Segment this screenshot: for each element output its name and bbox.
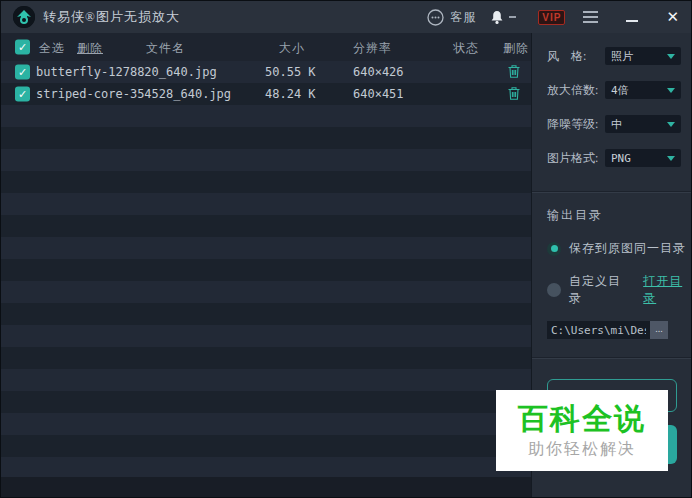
minimize-button[interactable] <box>626 20 638 22</box>
column-header-size: 大小 <box>279 40 305 57</box>
file-resolution: 640×426 <box>353 65 404 79</box>
setting-denoise: 降噪等级: 中 <box>547 115 692 133</box>
app-window: 转易侠®图片无损放大 客服 VIP <box>0 0 692 498</box>
same-directory-label: 保存到原图同一目录 <box>569 240 686 257</box>
customer-service-label: 客服 <box>450 9 476 26</box>
watermark-title: 百科全说 <box>518 402 646 435</box>
close-button[interactable]: ✕ <box>666 10 679 25</box>
watermark-subtitle: 助你轻松解决 <box>528 439 636 460</box>
notification-caret-icon <box>509 16 516 18</box>
trash-icon <box>507 64 521 79</box>
browse-button[interactable]: ... <box>650 321 668 339</box>
format-label: 图片格式: <box>547 150 605 167</box>
format-value: PNG <box>611 152 667 165</box>
title-bar: 转易侠®图片无损放大 客服 VIP <box>1 1 691 33</box>
app-logo-icon <box>13 6 35 28</box>
output-path-input[interactable] <box>547 321 650 339</box>
trash-icon <box>507 86 521 101</box>
column-header-resolution: 分辨率 <box>353 40 392 57</box>
menu-icon <box>583 11 598 13</box>
notification-button[interactable] <box>490 10 516 25</box>
scale-label: 放大倍数: <box>547 82 605 99</box>
row-checkbox[interactable]: ✓ <box>15 87 30 102</box>
file-list: ✓ 全选 删除 文件名 大小 分辨率 状态 删除 ✓ butterfly-127… <box>1 33 531 498</box>
customer-service-button[interactable]: 客服 <box>427 9 476 26</box>
chevron-down-icon <box>667 156 675 161</box>
denoise-select[interactable]: 中 <box>605 115 681 133</box>
denoise-value: 中 <box>611 117 667 132</box>
list-footer <box>1 477 531 498</box>
file-name: butterfly-1278820_640.jpg <box>36 65 217 79</box>
chat-bubble-icon <box>427 9 444 26</box>
output-section: 输出目录 保存到原图同一目录 自定义目录 打开目录 ... <box>532 193 692 357</box>
open-directory-link[interactable]: 打开目录 <box>643 273 692 307</box>
empty-list-area <box>1 105 531 477</box>
radio-selected-icon[interactable] <box>547 242 561 256</box>
delete-row-button[interactable] <box>507 64 521 83</box>
chevron-down-icon <box>667 54 675 59</box>
denoise-label: 降噪等级: <box>547 116 605 133</box>
watermark-overlay: 百科全说 助你轻松解决 <box>496 390 668 471</box>
setting-format: 图片格式: PNG <box>547 149 692 167</box>
setting-scale: 放大倍数: 4倍 <box>547 81 692 99</box>
delete-row-button[interactable] <box>507 86 521 105</box>
list-header: ✓ 全选 删除 文件名 大小 分辨率 状态 删除 <box>1 33 531 61</box>
output-dir-title: 输出目录 <box>547 207 692 224</box>
output-path-row: ... <box>547 321 692 339</box>
bell-icon <box>490 10 504 25</box>
titlebar-actions: 客服 VIP ✕ <box>427 9 679 26</box>
table-row[interactable]: ✓ butterfly-1278820_640.jpg 50.55 K 640×… <box>1 61 531 83</box>
settings-section: 风 格: 照片 放大倍数: 4倍 降噪等级: 中 <box>532 33 692 191</box>
select-all-label[interactable]: 全选 <box>39 40 65 57</box>
scale-value: 4倍 <box>611 83 667 98</box>
menu-button[interactable] <box>583 11 598 23</box>
scale-select[interactable]: 4倍 <box>605 81 681 99</box>
vip-badge[interactable]: VIP <box>538 10 565 25</box>
chevron-down-icon <box>667 122 675 127</box>
row-checkbox[interactable]: ✓ <box>15 65 30 80</box>
option-custom-directory[interactable]: 自定义目录 打开目录 <box>547 273 692 307</box>
option-same-directory[interactable]: 保存到原图同一目录 <box>547 240 692 257</box>
column-header-delete: 删除 <box>503 40 529 57</box>
table-row[interactable]: ✓ striped-core-354528_640.jpg 48.24 K 64… <box>1 83 531 105</box>
setting-style: 风 格: 照片 <box>547 47 692 65</box>
column-header-status: 状态 <box>453 40 479 57</box>
column-header-filename: 文件名 <box>146 40 185 57</box>
style-value: 照片 <box>611 49 667 64</box>
format-select[interactable]: PNG <box>605 149 681 167</box>
file-size: 50.55 K <box>265 65 316 79</box>
file-name: striped-core-354528_640.jpg <box>36 87 231 101</box>
style-label: 风 格: <box>547 48 605 65</box>
file-size: 48.24 K <box>265 87 316 101</box>
select-all-checkbox[interactable]: ✓ <box>15 40 30 55</box>
radio-unselected-icon[interactable] <box>547 283 561 297</box>
app-title: 转易侠®图片无损放大 <box>43 8 180 26</box>
chevron-down-icon <box>667 88 675 93</box>
custom-directory-label: 自定义目录 <box>569 273 631 307</box>
style-select[interactable]: 照片 <box>605 47 681 65</box>
delete-selected-link[interactable]: 删除 <box>77 40 103 57</box>
file-resolution: 640×451 <box>353 87 404 101</box>
